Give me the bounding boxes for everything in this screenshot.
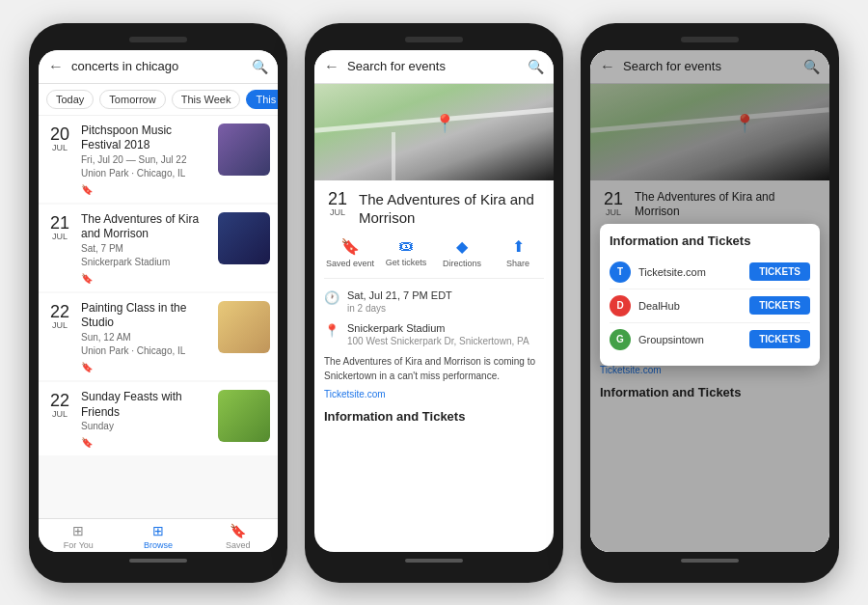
home-indicator-2 bbox=[405, 559, 463, 563]
event-sub1-1: Fri, Jul 20 — Sun, Jul 22 bbox=[81, 153, 210, 167]
back-arrow-icon[interactable]: ← bbox=[48, 58, 64, 75]
search-icon-2[interactable]: 🔍 bbox=[528, 59, 544, 74]
ticket-name-1: Ticketsite.com bbox=[638, 266, 742, 278]
chip-tomorrow[interactable]: Tomorrow bbox=[99, 90, 165, 109]
ticket-row-3: G Groupsintown TICKETS bbox=[610, 323, 810, 356]
search-query: concerts in chicago bbox=[71, 59, 244, 73]
nav-saved[interactable]: 🔖 Saved bbox=[198, 523, 278, 550]
event-date-col-3: 22 JUL bbox=[46, 301, 73, 330]
phone-3-screen: ← Search for events 🔍 📍 21 JUL The Adven… bbox=[590, 50, 829, 552]
ticket-logo-2: D bbox=[610, 295, 631, 316]
event-day-4: 22 bbox=[50, 392, 69, 409]
bookmark-icon-4[interactable]: 🔖 bbox=[81, 437, 210, 448]
event-day-1: 20 bbox=[50, 125, 69, 143]
event-item-1[interactable]: 20 JUL Pitchspoon Music Festival 2018 Fr… bbox=[39, 116, 278, 203]
event-item-3[interactable]: 22 JUL Painting Class in the Studio Sun,… bbox=[39, 293, 278, 380]
share-btn[interactable]: ⬆ Share bbox=[492, 237, 544, 268]
nav-browse[interactable]: ⊞ Browse bbox=[119, 523, 199, 550]
phone-2-screen: ← Search for events 🔍 📍 21 JUL The Adven… bbox=[314, 50, 554, 552]
ticket-btn-3[interactable]: TICKETS bbox=[749, 330, 810, 348]
venue-info-row: 📍 Snickerpark Stadium 100 West Snickerpa… bbox=[324, 321, 544, 346]
filter-chips: Today Tomorrow This Week This Weekend bbox=[39, 84, 278, 116]
phone-1: ← concerts in chicago 🔍 Today Tomorrow T… bbox=[29, 23, 287, 583]
event-item-4[interactable]: 22 JUL Sunday Feasts with Friends Sunday… bbox=[39, 382, 278, 455]
bookmark-icon-3[interactable]: 🔖 bbox=[81, 362, 210, 372]
ticket-btn-2[interactable]: TICKETS bbox=[749, 296, 810, 315]
browse-icon: ⊞ bbox=[152, 523, 164, 538]
event-thumb-1 bbox=[218, 124, 270, 176]
back-arrow-icon-2[interactable]: ← bbox=[324, 58, 339, 75]
ticket-logo-3: G bbox=[610, 329, 631, 350]
event-thumb-2 bbox=[218, 212, 270, 264]
event-info-4: Sunday Feasts with Friends Sunday 🔖 bbox=[81, 390, 210, 448]
phone-3-home-bar bbox=[590, 552, 829, 569]
event-sub1-4: Sunday bbox=[81, 420, 210, 433]
directions-btn[interactable]: ◆ Directions bbox=[436, 237, 488, 268]
phone-1-screen: ← concerts in chicago 🔍 Today Tomorrow T… bbox=[39, 50, 278, 552]
event-date-col-1: 20 JUL bbox=[46, 124, 73, 152]
event-description: The Adventures of Kira and Morrison is c… bbox=[324, 354, 544, 383]
home-indicator-3 bbox=[681, 559, 739, 563]
search-icon[interactable]: 🔍 bbox=[252, 59, 268, 74]
event-month-3: JUL bbox=[52, 320, 68, 330]
saved-event-label: Saved event bbox=[326, 259, 374, 268]
ticket-btn-1[interactable]: TICKETS bbox=[749, 262, 810, 281]
event-date-col-4: 22 JUL bbox=[46, 390, 73, 419]
event-date-text: Sat, Jul 21, 7 PM EDT bbox=[347, 289, 452, 303]
event-link[interactable]: Ticketsite.com bbox=[324, 389, 544, 399]
venue-name: Snickerpark Stadium bbox=[347, 321, 529, 336]
phone-3: ← Search for events 🔍 📍 21 JUL The Adven… bbox=[581, 23, 839, 583]
saved-icon: 🔖 bbox=[230, 523, 246, 538]
event-sub2-1: Union Park · Chicago, IL bbox=[81, 167, 210, 180]
nav-label-for-you: For You bbox=[64, 540, 94, 550]
phone-2-home-bar bbox=[314, 552, 554, 569]
event-day-2: 21 bbox=[50, 214, 69, 232]
date-info-row: 🕐 Sat, Jul 21, 7 PM EDT in 2 days bbox=[324, 289, 544, 314]
event-month-2: JUL bbox=[52, 232, 68, 241]
clock-icon: 🕐 bbox=[324, 290, 339, 305]
saved-event-btn[interactable]: 🔖 Saved event bbox=[324, 237, 376, 268]
bookmark-icon-1[interactable]: 🔖 bbox=[81, 184, 210, 195]
ticket-row-2: D DealHub TICKETS bbox=[610, 289, 810, 323]
event-title-4: Sunday Feasts with Friends bbox=[81, 390, 210, 420]
search-bar-2: ← Search for events 🔍 bbox=[314, 50, 554, 84]
ticket-modal: Information and Tickets T Ticketsite.com… bbox=[600, 224, 820, 366]
chip-today[interactable]: Today bbox=[46, 90, 94, 109]
event-day-3: 22 bbox=[50, 303, 69, 320]
map-pin-icon: 📍 bbox=[434, 113, 455, 134]
bookmark-icon-2[interactable]: 🔖 bbox=[81, 273, 210, 284]
event-detail-content: 21 JUL The Adventures of Kira and Morris… bbox=[314, 180, 554, 552]
modal-title: Information and Tickets bbox=[610, 234, 810, 248]
ticket-name-3: Groupsintown bbox=[638, 334, 742, 345]
action-buttons: 🔖 Saved event 🎟 Get tickets ◆ Directions… bbox=[324, 237, 544, 279]
detail-day: 21 bbox=[324, 190, 351, 207]
ticket-row-1: T Ticketsite.com TICKETS bbox=[610, 256, 810, 289]
event-sub2-2: Snickerpark Stadium bbox=[81, 256, 210, 269]
chip-this-weekend[interactable]: This Weekend bbox=[246, 90, 278, 109]
ticket-logo-1: T bbox=[610, 261, 631, 283]
directions-label: Directions bbox=[443, 259, 481, 268]
event-title-2: The Adventures of Kira and Morrison bbox=[81, 212, 210, 242]
event-sub2-3: Union Park · Chicago, IL bbox=[81, 344, 210, 358]
bottom-nav-1: ⊞ For You ⊞ Browse 🔖 Saved bbox=[39, 518, 278, 552]
event-item-2[interactable]: 21 JUL The Adventures of Kira and Morris… bbox=[39, 205, 278, 291]
event-list: 20 JUL Pitchspoon Music Festival 2018 Fr… bbox=[39, 116, 278, 518]
event-title-1: Pitchspoon Music Festival 2018 bbox=[81, 124, 210, 153]
get-tickets-icon: 🎟 bbox=[398, 237, 414, 255]
venue-address: 100 West Snickerpark Dr, Snickertown, PA bbox=[347, 336, 529, 346]
nav-for-you[interactable]: ⊞ For You bbox=[39, 523, 119, 550]
event-detail-map: 📍 bbox=[314, 84, 554, 180]
search-placeholder-2[interactable]: Search for events bbox=[347, 59, 520, 73]
chip-this-week[interactable]: This Week bbox=[172, 90, 241, 109]
saved-event-icon: 🔖 bbox=[340, 237, 360, 256]
get-tickets-label: Get tickets bbox=[386, 258, 427, 267]
detail-date-title: 21 JUL The Adventures of Kira and Morris… bbox=[324, 190, 544, 228]
event-info-2: The Adventures of Kira and Morrison Sat,… bbox=[81, 212, 210, 284]
nav-label-browse: Browse bbox=[144, 540, 173, 550]
event-title-3: Painting Class in the Studio bbox=[81, 301, 210, 331]
event-thumb-4 bbox=[218, 390, 270, 442]
event-sub1-3: Sun, 12 AM bbox=[81, 331, 210, 344]
share-label: Share bbox=[506, 259, 529, 268]
search-bar-1: ← concerts in chicago 🔍 bbox=[39, 50, 278, 84]
get-tickets-btn[interactable]: 🎟 Get tickets bbox=[380, 237, 432, 268]
